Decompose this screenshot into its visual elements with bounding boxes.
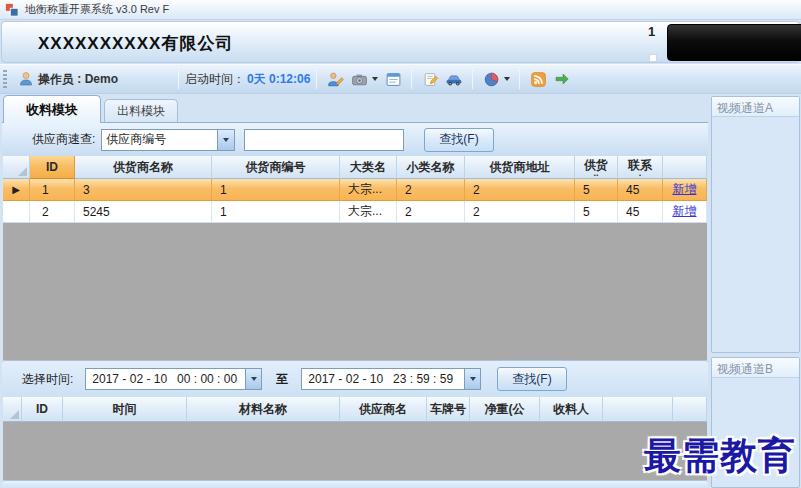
cell-category: 大宗... <box>340 179 397 201</box>
supplier-header-id[interactable]: ID <box>30 156 75 179</box>
app-window: 地衡称重开票系统 v3.0 Rev F XXXXXXXXXX有限公司 1 操作员… <box>0 0 801 488</box>
combobox-dropdown-button[interactable] <box>217 130 234 150</box>
operator-icon <box>16 69 36 89</box>
search-field-combobox[interactable]: 供应商编号 <box>101 129 235 151</box>
go-arrow-icon[interactable] <box>552 69 572 89</box>
toolbar-separator <box>178 69 179 89</box>
record-header-corner[interactable] <box>3 397 22 422</box>
uptime-label: 启动时间： <box>185 71 245 88</box>
video-channel-b-title: 视频通道B <box>712 358 799 378</box>
record-header-receiver[interactable]: 收料人 <box>540 397 603 422</box>
row-selector-cell: ▶ <box>3 179 30 201</box>
datetime-from-dropdown-button[interactable] <box>245 369 261 389</box>
supplier-header-code[interactable]: 供货商编号 <box>212 156 340 179</box>
supplier-find-button[interactable]: 查找(F) <box>424 128 493 152</box>
cell-name: 5245 <box>75 201 212 223</box>
camera-icon[interactable] <box>349 69 369 89</box>
toolbar-separator <box>316 69 317 89</box>
record-header-id[interactable]: ID <box>22 397 63 422</box>
cell-contact: 45 <box>618 201 663 223</box>
note-edit-icon[interactable] <box>420 69 440 89</box>
company-name: XXXXXXXXXX有限公司 <box>38 32 233 55</box>
record-header-extra[interactable] <box>673 397 707 422</box>
supplier-table-empty-area <box>3 223 707 360</box>
display-indicator-dot <box>649 54 657 62</box>
cell-name: 3 <box>75 179 212 201</box>
app-icon <box>5 3 19 17</box>
cell-supply: 5 <box>575 201 618 223</box>
bottom-panel-edge <box>2 480 708 488</box>
pie-chart-icon[interactable] <box>481 69 501 89</box>
record-header-supplier[interactable]: 供应商名 <box>340 397 427 422</box>
tab-receive-module[interactable]: 收料模块 <box>3 95 101 123</box>
cell-contact: 45 <box>618 179 663 201</box>
datetime-picker-to[interactable]: 2017 - 02 - 10 23 : 59 : 59 <box>301 368 481 390</box>
window-title: 地衡称重开票系统 v3.0 Rev F <box>25 2 169 17</box>
pie-dropdown-arrow[interactable] <box>504 77 510 81</box>
rss-icon[interactable] <box>528 69 548 89</box>
cell-category: 大宗... <box>340 201 397 223</box>
supplier-search-row: 供应商速查: 供应商编号 查找(F) <box>2 122 708 156</box>
video-channel-a-panel: 视频通道A <box>711 96 800 353</box>
time-filter-row: 选择时间: 2017 - 02 - 10 00 : 00 : 00 至 2017… <box>2 360 708 397</box>
cell-subcategory: 2 <box>397 201 465 223</box>
cell-address: 2 <box>465 201 575 223</box>
record-table-header: ID 时间 材料名称 供应商名 车牌号 净重(公 收料人 <box>3 397 707 422</box>
supplier-header-corner[interactable] <box>3 156 30 179</box>
cell-code: 1 <box>212 179 340 201</box>
car-icon[interactable] <box>444 69 464 89</box>
toolbar-separator <box>519 69 520 89</box>
toolbar-separator <box>472 69 473 89</box>
row-selector-cell <box>3 201 30 223</box>
supplier-table-row[interactable]: ▶ 1 3 1 大宗... 2 2 5 45 新增 <box>3 179 707 201</box>
camera-dropdown-arrow[interactable] <box>372 77 378 81</box>
cell-address: 2 <box>465 179 575 201</box>
supplier-table-row[interactable]: 2 5245 1 大宗... 2 2 5 45 新增 <box>3 201 707 223</box>
supplier-header-name[interactable]: 供货商名称 <box>75 156 212 179</box>
supplier-header-subcategory[interactable]: 小类名称 <box>397 156 465 179</box>
datetime-to-value: 2017 - 02 - 10 23 : 59 : 59 <box>302 372 464 386</box>
supplier-header-action[interactable] <box>663 156 707 179</box>
record-header-plate[interactable]: 车牌号 <box>427 397 470 422</box>
uptime-value: 0天 0:12:06 <box>247 71 310 88</box>
supplier-header-category[interactable]: 大类名 <box>340 156 397 179</box>
supplier-header-contact[interactable]: 联系. <box>618 156 663 179</box>
cell-id: 2 <box>30 201 75 223</box>
cell-supply: 5 <box>575 179 618 201</box>
record-header-material[interactable]: 材料名称 <box>187 397 340 422</box>
record-header-time[interactable]: 时间 <box>63 397 187 422</box>
cell-id: 1 <box>30 179 75 201</box>
form-viewer-icon[interactable] <box>383 69 403 89</box>
title-bar: 地衡称重开票系统 v3.0 Rev F <box>0 0 801 20</box>
supplier-search-label: 供应商速查: <box>32 131 95 148</box>
tab-dispatch-label: 出料模块 <box>117 103 165 120</box>
record-header-netweight[interactable]: 净重(公 <box>470 397 540 422</box>
operator-label: 操作员 : Demo <box>38 71 118 88</box>
toolbar-separator <box>411 69 412 89</box>
supplier-header-address[interactable]: 供货商地址 <box>465 156 575 179</box>
datetime-from-value: 2017 - 02 - 10 00 : 00 : 00 <box>86 372 245 386</box>
time-filter-label: 选择时间: <box>22 371 73 388</box>
main-toolbar: 操作员 : Demo 启动时间： 0天 0:12:06 <box>0 64 801 94</box>
display-channel-label: 1 <box>648 24 655 39</box>
add-new-link[interactable]: 新增 <box>673 203 697 220</box>
add-new-link[interactable]: 新增 <box>673 181 697 198</box>
record-find-button[interactable]: 查找(F) <box>497 367 566 391</box>
record-header-extra[interactable] <box>603 397 673 422</box>
user-edit-icon[interactable] <box>325 69 345 89</box>
record-table-empty-area <box>3 422 707 480</box>
watermark-text: 最需教育 <box>644 431 796 481</box>
datetime-to-dropdown-button[interactable] <box>464 369 480 389</box>
supplier-header-supply[interactable]: 供货.. <box>575 156 618 179</box>
combobox-value: 供应商编号 <box>102 131 217 148</box>
video-channel-a-title: 视频通道A <box>712 97 799 117</box>
cell-code: 1 <box>212 201 340 223</box>
cell-action: 新增 <box>663 179 707 201</box>
supplier-search-input[interactable] <box>244 129 404 151</box>
weight-led-display <box>667 24 801 61</box>
tab-dispatch-module[interactable]: 出料模块 <box>104 99 178 123</box>
time-range-to-label: 至 <box>276 371 288 388</box>
supplier-table-header: ID 供货商名称 供货商编号 大类名 小类名称 供货商地址 供货.. 联系. <box>3 156 707 179</box>
toolbar-grip <box>3 70 7 88</box>
datetime-picker-from[interactable]: 2017 - 02 - 10 00 : 00 : 00 <box>85 368 262 390</box>
